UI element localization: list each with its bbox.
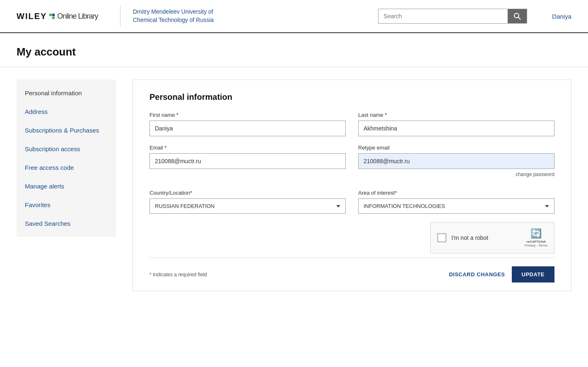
retype-email-group: Retype email change password (358, 145, 554, 181)
email-label: Email * (149, 145, 346, 151)
required-note: * Indicates a required field (149, 272, 207, 278)
main-layout: Personal information Address Subscriptio… (0, 67, 588, 304)
sidebar: Personal information Address Subscriptio… (17, 80, 116, 237)
first-name-group: First name * (149, 112, 346, 136)
sidebar-item-free-access-code[interactable]: Free access code (17, 158, 116, 177)
logo: WILEY Online Library (17, 12, 98, 21)
logo-area: WILEY Online Library (17, 12, 108, 21)
recaptcha-checkbox[interactable] (437, 233, 446, 242)
form-footer: * Indicates a required field DISCARD CHA… (149, 258, 554, 291)
country-label: Country/Location* (149, 190, 346, 196)
logo-sq4 (52, 17, 55, 19)
search-input[interactable] (378, 9, 508, 23)
search-icon (513, 12, 521, 20)
recaptcha-links: Privacy - Terms (525, 244, 547, 247)
logo-sq3 (49, 17, 52, 19)
svg-line-1 (518, 17, 521, 19)
country-area-row: Country/Location* RUSSIAN FEDERATION Are… (149, 190, 554, 214)
email-row: Email * Retype email change password (149, 145, 554, 181)
logo-sq2 (52, 14, 55, 16)
wiley-text: WILEY (17, 12, 47, 21)
name-row: First name * Last name * (149, 112, 554, 136)
recaptcha-logo-icon: 🔄 (530, 228, 542, 239)
area-select[interactable]: INFORMATION TECHNOLOGIES (358, 198, 554, 214)
footer-buttons: DISCARD CHANGES UPDATE (449, 266, 554, 282)
recaptcha-logo-area: 🔄 reCAPTCHA Privacy - Terms (525, 228, 547, 247)
form-title: Personal information (149, 92, 554, 102)
sidebar-item-subscription-access[interactable]: Subscription access (17, 140, 116, 158)
sidebar-item-subscriptions-purchases[interactable]: Subscriptions & Purchases (17, 121, 116, 140)
recaptcha-wrap: I'm not a robot 🔄 reCAPTCHA Privacy - Te… (149, 222, 554, 254)
email-input[interactable] (149, 153, 346, 169)
discard-changes-button[interactable]: DISCARD CHANGES (449, 271, 505, 278)
area-label: Area of interest* (358, 190, 554, 196)
country-group: Country/Location* RUSSIAN FEDERATION (149, 190, 346, 214)
retype-email-label: Retype email (358, 145, 554, 151)
sidebar-item-personal-information[interactable]: Personal information (17, 84, 116, 102)
site-header: WILEY Online Library Dmitry Mendeleev Un… (0, 0, 588, 33)
first-name-label: First name * (149, 112, 346, 118)
sidebar-item-address[interactable]: Address (17, 102, 116, 121)
logo-sq1 (49, 14, 52, 16)
institution-name: Dmitry Mendeleev University of Chemical … (133, 8, 224, 24)
change-password-link[interactable]: change password (516, 171, 554, 177)
page-title: My account (17, 46, 571, 58)
recaptcha-label: I'm not a robot (451, 234, 520, 241)
header-divider (120, 6, 120, 27)
user-name[interactable]: Daniya (552, 13, 571, 20)
form-area: Personal information First name * Last n… (133, 80, 571, 291)
first-name-input[interactable] (149, 121, 346, 136)
search-input-wrap (378, 9, 527, 24)
online-library-text: Online Library (57, 12, 98, 21)
area-group: Area of interest* INFORMATION TECHNOLOGI… (358, 190, 554, 214)
logo-squares (49, 14, 55, 19)
update-button[interactable]: UPDATE (512, 266, 554, 282)
email-group: Email * (149, 145, 346, 181)
sidebar-item-favorites[interactable]: Favorites (17, 196, 116, 214)
search-area (378, 9, 527, 24)
search-button[interactable] (508, 9, 527, 23)
change-password-wrap: change password (358, 171, 554, 177)
page-title-wrap: My account (0, 33, 588, 67)
country-select[interactable]: RUSSIAN FEDERATION (149, 198, 346, 214)
recaptcha-brand: reCAPTCHA (526, 240, 546, 244)
last-name-group: Last name * (358, 112, 554, 136)
last-name-label: Last name * (358, 112, 554, 118)
retype-email-input[interactable] (358, 153, 554, 169)
last-name-input[interactable] (358, 121, 554, 136)
recaptcha-box: I'm not a robot 🔄 reCAPTCHA Privacy - Te… (430, 222, 554, 254)
sidebar-item-manage-alerts[interactable]: Manage alerts (17, 177, 116, 196)
sidebar-item-saved-searches[interactable]: Saved Searches (17, 214, 116, 233)
